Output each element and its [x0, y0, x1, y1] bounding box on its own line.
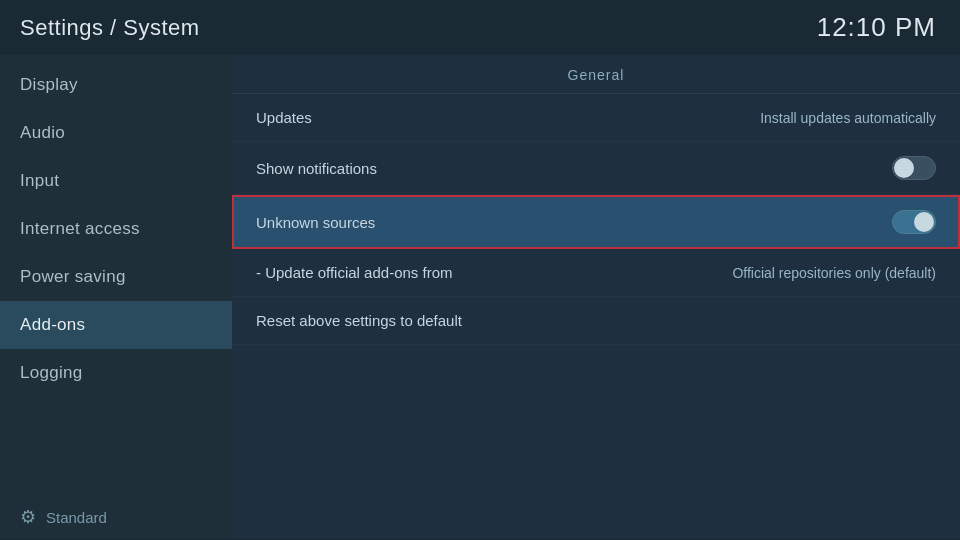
toggle-show-notifications[interactable]	[892, 156, 936, 180]
sidebar-item-internet-access[interactable]: Internet access	[0, 205, 232, 253]
settings-row-reset-settings[interactable]: Reset above settings to default	[232, 297, 960, 345]
row-label-reset-settings: Reset above settings to default	[256, 312, 462, 329]
toggle-unknown-sources[interactable]	[892, 210, 936, 234]
row-value-update-addons-from: Official repositories only (default)	[732, 265, 936, 281]
settings-row-updates: UpdatesInstall updates automatically	[232, 94, 960, 142]
row-label-show-notifications: Show notifications	[256, 160, 377, 177]
sidebar-item-logging[interactable]: Logging	[0, 349, 232, 397]
layout: DisplayAudioInputInternet accessPower sa…	[0, 55, 960, 539]
row-label-unknown-sources: Unknown sources	[256, 214, 375, 231]
sidebar-item-audio[interactable]: Audio	[0, 109, 232, 157]
gear-icon: ⚙	[20, 506, 36, 528]
sidebar-item-input[interactable]: Input	[0, 157, 232, 205]
sidebar: DisplayAudioInputInternet accessPower sa…	[0, 55, 232, 539]
sidebar-item-add-ons[interactable]: Add-ons	[0, 301, 232, 349]
clock: 12:10 PM	[817, 12, 936, 43]
settings-row-unknown-sources[interactable]: Unknown sources	[232, 195, 960, 249]
row-label-update-addons-from: - Update official add-ons from	[256, 264, 453, 281]
settings-row-update-addons-from: - Update official add-ons fromOfficial r…	[232, 249, 960, 297]
row-label-updates: Updates	[256, 109, 312, 126]
section-header: General	[232, 55, 960, 94]
sidebar-level-label: Standard	[46, 509, 107, 526]
settings-row-show-notifications[interactable]: Show notifications	[232, 142, 960, 195]
main-content: General UpdatesInstall updates automatic…	[232, 55, 960, 539]
sidebar-item-display[interactable]: Display	[0, 61, 232, 109]
header: Settings / System 12:10 PM	[0, 0, 960, 55]
sidebar-item-power-saving[interactable]: Power saving	[0, 253, 232, 301]
page-title: Settings / System	[20, 15, 200, 41]
row-value-updates: Install updates automatically	[760, 110, 936, 126]
sidebar-bottom: ⚙ Standard	[0, 494, 232, 540]
